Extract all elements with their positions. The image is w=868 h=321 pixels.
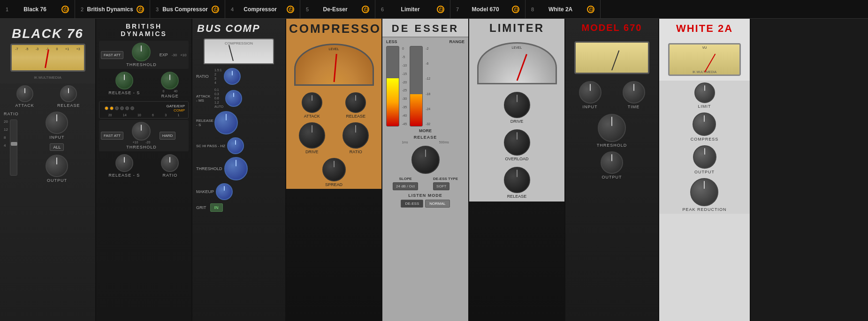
- deesser-slope-section: SLOPE 24 dB / Oct: [393, 177, 418, 190]
- black76-input-label: INPUT: [49, 135, 64, 140]
- white2a-peak-wrap: PEAK REDUCTION: [682, 178, 726, 212]
- model670-time-knob[interactable]: [623, 81, 645, 104]
- compressor-release-knob[interactable]: [345, 92, 366, 113]
- black76-ratio-thumb: [11, 142, 17, 146]
- white2a-peak-knob[interactable]: [690, 178, 718, 206]
- tab-1[interactable]: 1 Black 76 ⏻: [0, 0, 75, 18]
- buscomp-sc-knob[interactable]: [227, 137, 244, 154]
- tab-8-power[interactable]: ⏻: [587, 6, 594, 13]
- black76-all-btn[interactable]: ALL: [50, 143, 64, 151]
- white2a-limit-knob[interactable]: [694, 82, 715, 103]
- tab-7[interactable]: 7 Model 670 ⏻: [450, 0, 525, 18]
- deesser-title-area: DE ESSER: [382, 19, 468, 37]
- model670-input-knob[interactable]: [579, 81, 602, 104]
- tab-3-power[interactable]: ⏻: [212, 6, 219, 13]
- tab-6-power[interactable]: ⏻: [437, 6, 444, 13]
- british-fast-att-btn-2[interactable]: FAST ATT: [101, 132, 123, 140]
- model670-threshold-knob[interactable]: [598, 114, 626, 142]
- deesser-range-header: LESS RANGE: [382, 37, 468, 44]
- black76-release-knob[interactable]: [60, 85, 77, 102]
- deesser-slope-btn[interactable]: 24 dB / Oct: [393, 182, 418, 190]
- black76-input-knob[interactable]: [46, 112, 68, 134]
- tab-3[interactable]: 3 Bus Compressor ⏻: [150, 0, 225, 18]
- british-release-s-1-knob[interactable]: [115, 72, 133, 90]
- buscomp-threshold-label: THRESHOLD: [196, 166, 222, 171]
- british-release-s-2-knob[interactable]: [115, 154, 133, 172]
- compressor-attack-wrap: Attack: [302, 92, 322, 119]
- deesser-meter-2: [410, 46, 423, 127]
- tab-4-name: Compressor: [236, 6, 284, 13]
- british-threshold-2-knob[interactable]: [132, 122, 151, 141]
- buscomp-ratio-knob[interactable]: [224, 68, 241, 85]
- white2a-compress-knob[interactable]: [693, 112, 716, 136]
- tab-1-power[interactable]: ⏻: [61, 6, 69, 13]
- limiter-release-section: Release: [469, 164, 564, 202]
- british-comp-label: COMP: [174, 108, 185, 112]
- buscomp-sc-section: SC HI PASS - Hz: [192, 136, 285, 156]
- deesser-meter-2-fill: [410, 94, 422, 126]
- black76-output-wrap: OUTPUT: [46, 155, 68, 183]
- british-exp-label: EXP: [160, 52, 168, 57]
- model670-output-section: OUTPUT: [565, 149, 658, 181]
- buscomp-ratio-label: RATIO: [196, 74, 213, 79]
- buscomp-in-btn[interactable]: IN: [210, 203, 223, 212]
- british-led-2: [110, 106, 114, 110]
- black76-attack-knob[interactable]: [16, 85, 33, 102]
- tab-4-power[interactable]: ⏻: [287, 6, 294, 13]
- limiter-release-knob[interactable]: [504, 167, 530, 193]
- compressor-attack-knob[interactable]: [302, 92, 322, 113]
- deesser-de-ess-btn[interactable]: DE-ESS: [401, 200, 423, 208]
- deesser-release-knob[interactable]: [411, 146, 440, 174]
- black76-brand: IK MULTIMEDIA: [4, 75, 91, 80]
- limiter-drive-knob[interactable]: [504, 92, 530, 118]
- british-fast-att-btn-1[interactable]: FAST ATT: [101, 51, 123, 59]
- british-threshold-1-label: Threshold: [126, 62, 157, 67]
- tab-8[interactable]: 8 White 2A ⏻: [525, 0, 601, 18]
- deesser-type-label: DE-ESS TYPE: [433, 177, 458, 181]
- buscomp-attack-knob[interactable]: [225, 90, 242, 107]
- tab-6-num: 6: [381, 7, 384, 12]
- buscomp-makeup-knob[interactable]: [216, 183, 233, 200]
- deesser-meters-area: 0-5-10-15-20-25-30-35-40-45 -2-6-12-18-2…: [382, 44, 468, 128]
- white2a-limit-label: LIMIT: [698, 104, 711, 109]
- black76-ratio-slider[interactable]: [10, 119, 17, 176]
- black76-output-knob[interactable]: [46, 155, 68, 177]
- british-gate-exp-label: GATE/EXP: [167, 104, 185, 108]
- limiter-title-area: LIMITER: [469, 19, 564, 37]
- tab-5[interactable]: 5 De-Esser ⏻: [300, 0, 375, 18]
- british-range-knob[interactable]: [161, 72, 179, 90]
- deesser-meter-1-fill: [387, 78, 399, 126]
- buscomp-ratio-section: RATIO 1.5:1234: [192, 66, 285, 87]
- buscomp-grit-label: GRIT: [196, 205, 206, 210]
- model670-output-knob[interactable]: [601, 151, 623, 174]
- compressor-ratio-knob[interactable]: [343, 122, 369, 149]
- tab-6[interactable]: 6 Limiter ⏻: [375, 0, 450, 18]
- british-ratio-knob[interactable]: [161, 154, 179, 172]
- limiter-overload-knob[interactable]: [504, 129, 530, 156]
- tab-7-power[interactable]: ⏻: [512, 6, 519, 13]
- tab-2-power[interactable]: ⏻: [137, 6, 144, 13]
- deesser-soft-btn[interactable]: SOFT: [433, 182, 449, 190]
- deesser-meter-1: [386, 46, 399, 127]
- black76-attack-release-row: ATTACK RELEASE: [0, 83, 95, 110]
- white2a-output-knob[interactable]: [693, 145, 716, 169]
- deesser-de-ess-type-section: DE-ESS TYPE SOFT: [433, 177, 458, 190]
- tab-5-name: De-Esser: [312, 6, 359, 13]
- tab-1-num: 1: [6, 7, 8, 12]
- tab-2-name: British Dynamics: [86, 6, 134, 13]
- british-hard-btn[interactable]: HARD: [160, 132, 176, 140]
- tab-2[interactable]: 2 British Dynamics ⏻: [75, 0, 150, 18]
- deesser-slope-type-row: SLOPE 24 dB / Oct DE-ESS TYPE SOFT: [382, 175, 468, 192]
- limiter-overload-label: Overload: [505, 157, 528, 161]
- british-threshold-1-knob[interactable]: [132, 43, 151, 61]
- deesser-normal-btn[interactable]: NORMAL: [425, 200, 449, 208]
- tab-5-power[interactable]: ⏻: [362, 6, 369, 13]
- compressor-spread-knob[interactable]: [322, 158, 346, 181]
- buscomp-release-knob[interactable]: [214, 111, 238, 134]
- compressor-drive-knob[interactable]: [299, 122, 325, 149]
- tab-4[interactable]: 4 Compressor ⏻: [225, 0, 300, 18]
- white2a-limit-section: LIMIT: [659, 81, 750, 111]
- black76-ratio-section: RATIO 201284 INPUT ALL: [0, 110, 95, 185]
- buscomp-threshold-knob[interactable]: [224, 157, 248, 180]
- model670-threshold-section: THRESHOLD: [565, 112, 658, 149]
